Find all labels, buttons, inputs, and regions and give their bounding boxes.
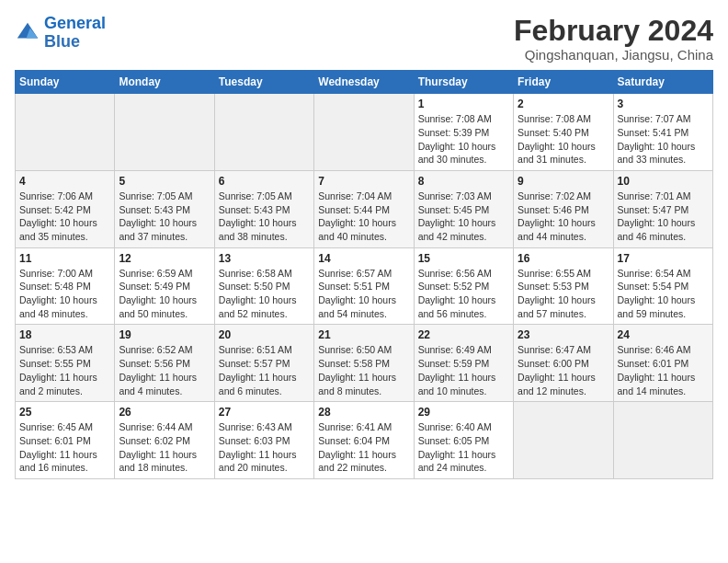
calendar-cell: 6Sunrise: 7:05 AM Sunset: 5:43 PM Daylig…: [214, 170, 313, 247]
day-number: 8: [418, 175, 509, 188]
week-row-5: 25Sunrise: 6:45 AM Sunset: 6:01 PM Dayli…: [16, 402, 713, 479]
day-info: Sunrise: 6:59 AM Sunset: 5:49 PM Dayligh…: [119, 267, 210, 321]
day-info: Sunrise: 6:51 AM Sunset: 5:57 PM Dayligh…: [219, 343, 310, 397]
calendar-table: SundayMondayTuesdayWednesdayThursdayFrid…: [15, 70, 713, 479]
calendar-cell: [16, 94, 115, 171]
day-info: Sunrise: 6:53 AM Sunset: 5:55 PM Dayligh…: [19, 343, 110, 397]
calendar-cell: 28Sunrise: 6:41 AM Sunset: 6:04 PM Dayli…: [314, 402, 414, 479]
day-number: 7: [318, 175, 409, 188]
day-number: 18: [19, 328, 110, 341]
calendar-cell: [613, 402, 712, 479]
day-number: 15: [418, 252, 509, 265]
calendar-cell: 5Sunrise: 7:05 AM Sunset: 5:43 PM Daylig…: [115, 170, 214, 247]
weekday-header-monday: Monday: [115, 71, 214, 94]
calendar-cell: 25Sunrise: 6:45 AM Sunset: 6:01 PM Dayli…: [16, 402, 115, 479]
day-info: Sunrise: 7:05 AM Sunset: 5:43 PM Dayligh…: [219, 190, 310, 244]
logo-line1: General: [44, 14, 106, 32]
day-number: 25: [19, 406, 110, 419]
day-number: 28: [318, 406, 409, 419]
day-info: Sunrise: 6:49 AM Sunset: 5:59 PM Dayligh…: [418, 343, 509, 397]
calendar-cell: 7Sunrise: 7:04 AM Sunset: 5:44 PM Daylig…: [314, 170, 414, 247]
calendar-cell: 21Sunrise: 6:50 AM Sunset: 5:58 PM Dayli…: [314, 325, 414, 402]
day-info: Sunrise: 6:45 AM Sunset: 6:01 PM Dayligh…: [19, 420, 110, 475]
day-number: 3: [618, 98, 709, 110]
day-number: 9: [518, 175, 609, 188]
weekday-header-thursday: Thursday: [414, 71, 513, 94]
day-number: 26: [119, 406, 210, 419]
subtitle: Qingshanquan, Jiangsu, China: [514, 47, 713, 63]
calendar-cell: [214, 94, 313, 171]
weekday-header-wednesday: Wednesday: [314, 71, 414, 94]
calendar-cell: 12Sunrise: 6:59 AM Sunset: 5:49 PM Dayli…: [115, 247, 214, 325]
day-info: Sunrise: 6:43 AM Sunset: 6:03 PM Dayligh…: [219, 420, 310, 475]
day-info: Sunrise: 7:07 AM Sunset: 5:41 PM Dayligh…: [618, 112, 709, 167]
day-number: 4: [19, 175, 110, 188]
day-number: 17: [618, 252, 709, 265]
weekday-header-sunday: Sunday: [16, 71, 115, 94]
calendar-cell: 29Sunrise: 6:40 AM Sunset: 6:05 PM Dayli…: [414, 402, 513, 479]
day-info: Sunrise: 6:56 AM Sunset: 5:52 PM Dayligh…: [418, 267, 509, 321]
day-info: Sunrise: 7:05 AM Sunset: 5:43 PM Dayligh…: [119, 190, 210, 244]
calendar-cell: 10Sunrise: 7:01 AM Sunset: 5:47 PM Dayli…: [613, 170, 712, 247]
weekday-row: SundayMondayTuesdayWednesdayThursdayFrid…: [16, 71, 713, 94]
day-info: Sunrise: 7:02 AM Sunset: 5:46 PM Dayligh…: [518, 190, 609, 244]
weekday-header-tuesday: Tuesday: [214, 71, 313, 94]
weekday-header-saturday: Saturday: [613, 71, 712, 94]
calendar-cell: 20Sunrise: 6:51 AM Sunset: 5:57 PM Dayli…: [214, 325, 313, 402]
day-number: 20: [219, 328, 310, 341]
day-info: Sunrise: 6:41 AM Sunset: 6:04 PM Dayligh…: [318, 420, 409, 475]
calendar-cell: 4Sunrise: 7:06 AM Sunset: 5:42 PM Daylig…: [16, 170, 115, 247]
logo-line2: Blue: [44, 32, 80, 51]
day-number: 16: [518, 252, 609, 265]
calendar-cell: 22Sunrise: 6:49 AM Sunset: 5:59 PM Dayli…: [414, 325, 513, 402]
weekday-header-friday: Friday: [514, 71, 613, 94]
day-info: Sunrise: 6:57 AM Sunset: 5:51 PM Dayligh…: [318, 267, 409, 321]
calendar-cell: 26Sunrise: 6:44 AM Sunset: 6:02 PM Dayli…: [115, 402, 214, 479]
week-row-2: 4Sunrise: 7:06 AM Sunset: 5:42 PM Daylig…: [16, 170, 713, 247]
day-info: Sunrise: 6:54 AM Sunset: 5:54 PM Dayligh…: [618, 267, 709, 321]
page-header: General Blue February 2024 Qingshanquan,…: [15, 15, 713, 63]
day-number: 13: [219, 252, 310, 265]
calendar-cell: 15Sunrise: 6:56 AM Sunset: 5:52 PM Dayli…: [414, 247, 513, 325]
week-row-4: 18Sunrise: 6:53 AM Sunset: 5:55 PM Dayli…: [16, 325, 713, 402]
day-info: Sunrise: 7:01 AM Sunset: 5:47 PM Dayligh…: [618, 190, 709, 244]
calendar-cell: 2Sunrise: 7:08 AM Sunset: 5:40 PM Daylig…: [514, 94, 613, 171]
calendar-cell: 14Sunrise: 6:57 AM Sunset: 5:51 PM Dayli…: [314, 247, 414, 325]
calendar-cell: 3Sunrise: 7:07 AM Sunset: 5:41 PM Daylig…: [613, 94, 712, 171]
day-number: 29: [418, 406, 509, 419]
day-number: 24: [618, 328, 709, 341]
calendar-cell: 18Sunrise: 6:53 AM Sunset: 5:55 PM Dayli…: [16, 325, 115, 402]
calendar-cell: 11Sunrise: 7:00 AM Sunset: 5:48 PM Dayli…: [16, 247, 115, 325]
day-number: 10: [618, 175, 709, 188]
day-info: Sunrise: 6:50 AM Sunset: 5:58 PM Dayligh…: [318, 343, 409, 397]
day-number: 21: [318, 328, 409, 341]
calendar-cell: 27Sunrise: 6:43 AM Sunset: 6:03 PM Dayli…: [214, 402, 313, 479]
calendar-cell: [514, 402, 613, 479]
calendar-cell: 24Sunrise: 6:46 AM Sunset: 6:01 PM Dayli…: [613, 325, 712, 402]
day-number: 5: [119, 175, 210, 188]
day-number: 22: [418, 328, 509, 341]
day-info: Sunrise: 6:40 AM Sunset: 6:05 PM Dayligh…: [418, 420, 509, 475]
calendar-header: SundayMondayTuesdayWednesdayThursdayFrid…: [16, 71, 713, 94]
logo-text: General Blue: [44, 15, 106, 52]
calendar-body: 1Sunrise: 7:08 AM Sunset: 5:39 PM Daylig…: [16, 94, 713, 479]
day-number: 11: [19, 252, 110, 265]
day-info: Sunrise: 7:08 AM Sunset: 5:40 PM Dayligh…: [518, 112, 609, 167]
day-number: 12: [119, 252, 210, 265]
day-number: 6: [219, 175, 310, 188]
day-info: Sunrise: 7:06 AM Sunset: 5:42 PM Dayligh…: [19, 190, 110, 244]
day-info: Sunrise: 7:08 AM Sunset: 5:39 PM Dayligh…: [418, 112, 509, 167]
calendar-cell: [115, 94, 214, 171]
day-info: Sunrise: 7:04 AM Sunset: 5:44 PM Dayligh…: [318, 190, 409, 244]
title-block: February 2024 Qingshanquan, Jiangsu, Chi…: [514, 15, 713, 63]
main-title: February 2024: [514, 15, 713, 47]
week-row-3: 11Sunrise: 7:00 AM Sunset: 5:48 PM Dayli…: [16, 247, 713, 325]
day-number: 1: [418, 98, 509, 110]
day-number: 27: [219, 406, 310, 419]
day-info: Sunrise: 6:46 AM Sunset: 6:01 PM Dayligh…: [618, 343, 709, 397]
day-info: Sunrise: 6:47 AM Sunset: 6:00 PM Dayligh…: [518, 343, 609, 397]
day-number: 19: [119, 328, 210, 341]
calendar-cell: 19Sunrise: 6:52 AM Sunset: 5:56 PM Dayli…: [115, 325, 214, 402]
calendar-cell: 17Sunrise: 6:54 AM Sunset: 5:54 PM Dayli…: [613, 247, 712, 325]
day-info: Sunrise: 7:03 AM Sunset: 5:45 PM Dayligh…: [418, 190, 509, 244]
